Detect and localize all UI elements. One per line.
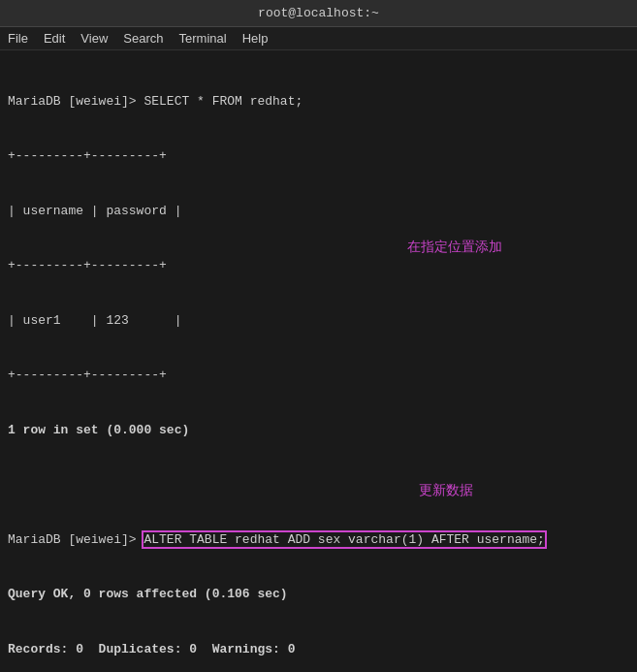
annotation-add-column: 在指定位置添加 — [407, 237, 502, 256]
menu-search[interactable]: Search — [123, 31, 163, 46]
menu-bar: File Edit View Search Terminal Help — [0, 27, 637, 50]
menu-view[interactable]: View — [80, 31, 108, 46]
title-bar: root@localhost:~ — [0, 0, 637, 27]
menu-file[interactable]: File — [8, 31, 28, 46]
menu-edit[interactable]: Edit — [44, 31, 65, 46]
menu-terminal[interactable]: Terminal — [179, 31, 227, 46]
line-4: +---------+---------+ — [8, 257, 629, 275]
line-3: | username | password | — [8, 203, 629, 221]
alter-highlight: ALTER TABLE redhat ADD sex varchar(1) AF… — [143, 532, 544, 547]
line-9: MariaDB [weiwei]> ALTER TABLE redhat ADD… — [8, 531, 629, 550]
title-text: root@localhost:~ — [258, 6, 379, 20]
line-6: +---------+---------+ — [8, 367, 629, 385]
line-11: Records: 0 Duplicates: 0 Warnings: 0 — [8, 641, 629, 659]
line-2: +---------+---------+ — [8, 147, 629, 166]
line-5: | user1 | 123 | — [8, 312, 629, 331]
terminal[interactable]: MariaDB [weiwei]> SELECT * FROM redhat; … — [0, 50, 637, 664]
annotation-update-data: 更新数据 — [419, 480, 473, 499]
line-1: MariaDB [weiwei]> SELECT * FROM redhat; — [8, 93, 629, 112]
line-8 — [8, 476, 629, 495]
line-7: 1 row in set (0.000 sec) — [8, 422, 629, 440]
menu-help[interactable]: Help — [242, 31, 269, 46]
line-10: Query OK, 0 rows affected (0.106 sec) — [8, 586, 629, 604]
